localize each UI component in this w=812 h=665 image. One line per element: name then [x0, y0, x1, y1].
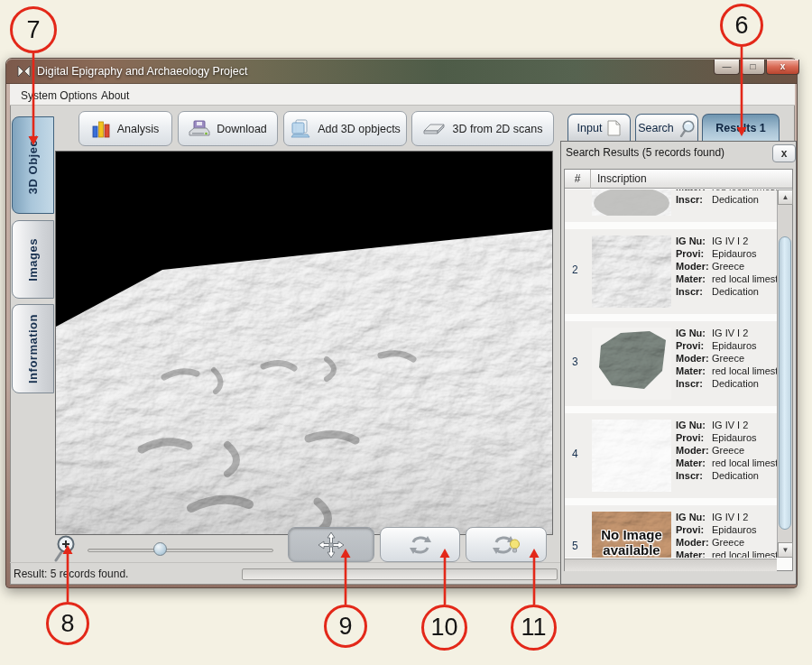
horizontal-scrollbar[interactable] [565, 559, 777, 571]
rotate-button[interactable] [380, 527, 460, 562]
menu-system-options[interactable]: System Options [17, 88, 101, 104]
search-icon [679, 120, 696, 137]
table-row[interactable]: 1 IG Nu:IG IV I 2 Provi:Epidauros Moder:… [565, 189, 777, 222]
bar-chart-icon [92, 120, 111, 138]
add-3d-objects-label: Add 3D opbjects [318, 123, 401, 135]
tab-input[interactable]: Input [567, 114, 631, 142]
download-button[interactable]: Download [178, 111, 278, 146]
add-3d-objects-button[interactable]: Add 3D opbjects [283, 111, 407, 146]
download-label: Download [217, 123, 267, 135]
callout-6: 6 [720, 4, 763, 47]
callout-7: 7 [10, 6, 57, 53]
3d-from-2d-scans-button[interactable]: 3D from 2D scans [411, 111, 554, 146]
table-header: # Inscription [565, 170, 792, 189]
tab-information[interactable]: Information [12, 304, 54, 393]
table-row[interactable]: 4 IG Nu:IG IV I 2 Provi:Epidauros Moder:… [565, 413, 777, 498]
vertical-scrollbar[interactable]: ▲ ▼ [777, 189, 792, 558]
column-inscription[interactable]: Inscription [597, 170, 647, 189]
thumbnail-stone-fragment [592, 189, 671, 216]
stone-render [56, 152, 553, 535]
rotate-arrows-icon [408, 533, 433, 557]
callout-9: 9 [324, 605, 367, 648]
add-objects-icon [290, 119, 311, 138]
callout-11: 11 [511, 605, 557, 651]
table-row[interactable]: 3 IG Nu:IG IV I 2 Provi:Epidauros Mode [565, 321, 777, 406]
tab-images[interactable]: Images [12, 220, 54, 299]
analysis-label: Analysis [117, 123, 160, 135]
rotate-light-icon [492, 533, 521, 557]
thumbnail-white-stone [592, 420, 671, 492]
scanner-icon [422, 121, 446, 137]
table-row[interactable]: 2 IG Nu:IG IV I 2 Provi:Epidauros Moder:… [565, 229, 777, 314]
callout-8: 8 [46, 602, 89, 645]
3d-from-2d-scans-label: 3D from 2D scans [452, 123, 542, 135]
results-header: Search Results (5 records found) [566, 146, 791, 164]
title-bar[interactable]: Digital Epigraphy and Archaeology Projec… [6, 59, 797, 84]
close-button[interactable]: x [766, 60, 799, 75]
app-logo-icon [16, 64, 32, 79]
rotate-light-button[interactable] [466, 527, 547, 562]
analysis-button[interactable]: Analysis [78, 111, 172, 146]
menu-bar: System Options About [10, 84, 795, 106]
move-arrows-icon [318, 531, 345, 559]
download-disk-icon [189, 120, 210, 138]
results-close-button[interactable]: x [772, 144, 796, 162]
results-table: # Inscription 1 IG Nu:IG IV I 2 Provi:Ep… [564, 169, 793, 571]
zoom-slider-track[interactable] [88, 549, 273, 552]
zoom-magnifier-icon[interactable] [53, 534, 82, 563]
maximize-button[interactable]: □ [741, 60, 765, 75]
status-text: Result: 5 records found. [14, 568, 128, 580]
scroll-up-icon[interactable]: ▲ [778, 189, 793, 205]
menu-about[interactable]: About [97, 88, 133, 104]
progress-bar [242, 568, 558, 580]
table-row[interactable]: 5 No Image available IG Nu:IG IV I 2 Pro… [565, 505, 777, 558]
table-body: 1 IG Nu:IG IV I 2 Provi:Epidauros Moder:… [565, 189, 777, 558]
3d-viewport[interactable] [55, 151, 553, 535]
thumbnail-slate-fragment [592, 328, 671, 400]
no-image-label: No Image available [592, 527, 671, 558]
zoom-slider-thumb[interactable] [153, 542, 167, 556]
tab-results[interactable]: Results 1 [702, 114, 780, 142]
scroll-down-icon[interactable]: ▼ [778, 542, 793, 558]
tab-search[interactable]: Search [635, 114, 698, 142]
callout-10: 10 [421, 605, 467, 651]
document-icon [607, 120, 621, 136]
app-window: Digital Epigraphy and Archaeology Projec… [5, 58, 798, 588]
column-number[interactable]: # [565, 170, 591, 189]
minimize-button[interactable]: — [714, 60, 740, 75]
scrollbar-thumb[interactable] [779, 236, 791, 530]
thumbnail-inscribed-stone [592, 236, 671, 308]
window-title: Digital Epigraphy and Archaeology Projec… [37, 65, 247, 78]
screenshot-root: Digital Epigraphy and Archaeology Projec… [0, 0, 812, 665]
pan-button[interactable] [288, 527, 374, 562]
tab-3d-object[interactable]: 3D Object [12, 116, 54, 214]
